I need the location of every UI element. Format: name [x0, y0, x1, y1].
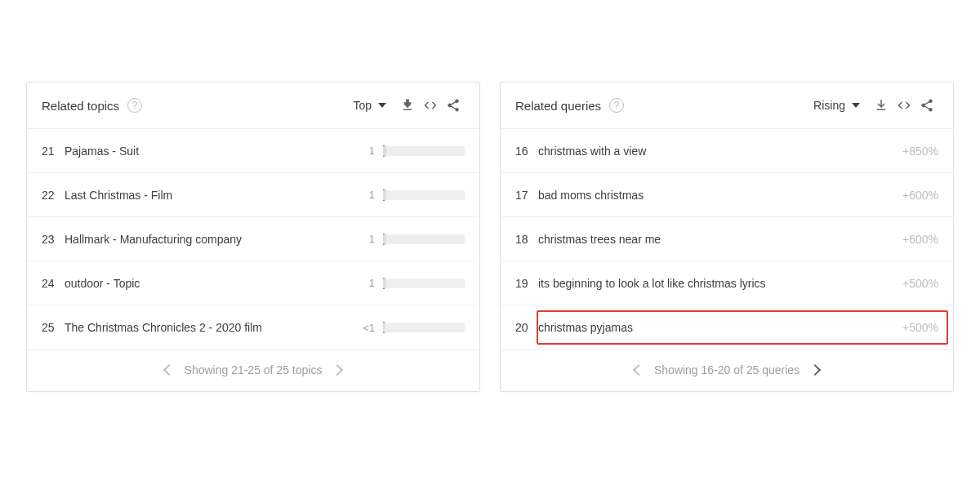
next-page-button[interactable] [332, 364, 343, 376]
row-label[interactable]: Last Christmas - Film [65, 189, 355, 202]
card-title: Related queries [515, 99, 601, 113]
related-queries-card: Related queries ? Rising 16christmas wit… [500, 82, 954, 392]
row-value: <1 [355, 322, 375, 334]
prev-page-button[interactable] [633, 364, 644, 376]
row-label[interactable]: christmas pyjamas [538, 321, 902, 334]
help-icon[interactable]: ? [127, 98, 142, 113]
chevron-down-icon [852, 103, 860, 108]
row-label[interactable]: outdoor - Topic [65, 277, 355, 290]
row-percent: +850% [902, 145, 938, 158]
row-percent: +600% [902, 233, 938, 246]
row-label[interactable]: its beginning to look a lot like christm… [538, 277, 902, 290]
row-value: 1 [355, 145, 375, 157]
table-row: 22Last Christmas - Film1 [27, 173, 479, 217]
table-row: 16christmas with a view+850% [501, 129, 953, 173]
table-row: 23Hallmark - Manufacturing company1 [27, 217, 479, 261]
row-bar [383, 146, 465, 156]
row-rank: 21 [42, 145, 65, 158]
row-rank: 17 [515, 189, 538, 202]
row-bar [383, 190, 465, 200]
row-label[interactable]: The Christmas Chronicles 2 - 2020 film [65, 321, 355, 334]
chevron-down-icon [378, 103, 386, 108]
row-rank: 23 [42, 233, 65, 246]
table-row: 17bad moms christmas+600% [501, 173, 953, 217]
row-rank: 18 [515, 233, 538, 246]
row-label[interactable]: Hallmark - Manufacturing company [65, 233, 355, 246]
row-bar [383, 278, 465, 288]
card-footer: Showing 16-20 of 25 queries [501, 350, 953, 391]
topics-list: 21Pajamas - Suit122Last Christmas - Film… [27, 129, 479, 350]
download-icon[interactable] [870, 94, 893, 117]
download-icon[interactable] [396, 94, 419, 117]
row-rank: 16 [515, 145, 538, 158]
row-label[interactable]: christmas trees near me [538, 233, 902, 246]
row-percent: +500% [902, 277, 938, 290]
row-label[interactable]: bad moms christmas [538, 189, 902, 202]
share-icon[interactable] [915, 94, 938, 117]
pagination-text: Showing 21-25 of 25 topics [185, 363, 323, 376]
table-row: 19its beginning to look a lot like chris… [501, 261, 953, 305]
row-value: 1 [355, 233, 375, 245]
sort-label: Top [353, 99, 372, 112]
row-rank: 20 [515, 321, 538, 334]
row-rank: 24 [42, 277, 65, 290]
prev-page-button[interactable] [163, 364, 174, 376]
row-label[interactable]: christmas with a view [538, 145, 902, 158]
help-icon[interactable]: ? [609, 98, 624, 113]
share-icon[interactable] [442, 94, 465, 117]
sort-label: Rising [813, 99, 845, 112]
table-row: 25The Christmas Chronicles 2 - 2020 film… [27, 305, 479, 350]
embed-icon[interactable] [419, 94, 442, 117]
table-row: 20christmas pyjamas+500% [501, 305, 953, 350]
row-bar [383, 323, 465, 332]
row-rank: 19 [515, 277, 538, 290]
table-row: 18christmas trees near me+600% [501, 217, 953, 261]
row-value: 1 [355, 189, 375, 201]
table-row: 24outdoor - Topic1 [27, 261, 479, 305]
row-value: 1 [355, 277, 375, 289]
card-title: Related topics [42, 99, 119, 113]
related-topics-card: Related topics ? Top 21Pajamas - Suit122… [26, 82, 480, 392]
table-row: 21Pajamas - Suit1 [27, 129, 479, 173]
row-label[interactable]: Pajamas - Suit [65, 145, 355, 158]
pagination-text: Showing 16-20 of 25 queries [654, 363, 800, 376]
sort-dropdown[interactable]: Top [353, 99, 386, 112]
sort-dropdown[interactable]: Rising [813, 99, 860, 112]
row-rank: 22 [42, 189, 65, 202]
row-bar [383, 234, 465, 244]
next-page-button[interactable] [809, 364, 821, 376]
row-percent: +600% [902, 189, 938, 202]
card-header: Related queries ? Rising [501, 82, 953, 129]
card-header: Related topics ? Top [27, 82, 479, 129]
card-footer: Showing 21-25 of 25 topics [27, 350, 479, 391]
row-percent: +500% [902, 321, 938, 334]
queries-list: 16christmas with a view+850%17bad moms c… [501, 129, 953, 350]
embed-icon[interactable] [893, 94, 915, 117]
row-rank: 25 [42, 321, 65, 334]
